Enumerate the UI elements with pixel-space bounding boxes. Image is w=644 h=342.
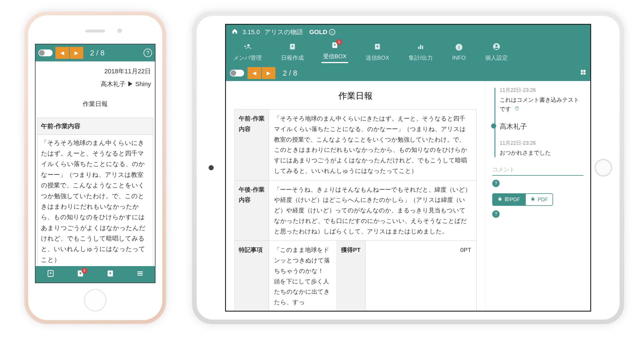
- tab-label: 受信BOX: [323, 53, 346, 60]
- tab-settings[interactable]: 個人設定: [483, 43, 510, 62]
- outbox-icon[interactable]: [106, 270, 114, 279]
- svg-rect-17: [583, 72, 585, 74]
- tablet-camera: [209, 165, 214, 170]
- phone-camera: [117, 28, 122, 33]
- compose-icon[interactable]: [47, 270, 55, 279]
- tab-inbox[interactable]: 5 受信BOX: [321, 42, 348, 63]
- row-body: 「そろそろ地球のまん中くらいにきたはず。えーと、そうなると四千マイルくらい落ちた…: [269, 109, 477, 181]
- svg-rect-20: [499, 200, 501, 201]
- instant-pdf-button[interactable]: 即PDF: [492, 193, 525, 206]
- report-author: 高木礼子: [101, 80, 126, 88]
- phone-bezel: ◀ ▶ 2 / 8 ? 2018年11月22日 高木礼子 ▶ Shiny 作業日…: [28, 15, 162, 320]
- home-icon[interactable]: [232, 28, 238, 36]
- table-row: 午前-作業内容 「そろそろ地球のまん中くらいにきたはず。えーと、そうなると四千マ…: [235, 109, 477, 181]
- pdf-button[interactable]: PDF: [525, 193, 553, 206]
- svg-rect-8: [420, 45, 421, 49]
- next-button[interactable]: ▶: [262, 67, 275, 79]
- inbox-icon[interactable]: 5: [76, 270, 84, 279]
- tab-members[interactable]: メンバ管理: [232, 43, 263, 62]
- pager-indicator: 2 / 8: [90, 49, 105, 57]
- tablet-screen: 3.15.0 アリスの物語 GOLD ☺ メンバ管理: [225, 24, 591, 312]
- comment-timeline: 11月22日-23:26 これはコメント書き込みテストです: [492, 87, 583, 157]
- tablet-bezel: 3.15.0 アリスの物語 GOLD ☺ メンバ管理: [197, 16, 620, 320]
- phone-speaker: [85, 30, 105, 32]
- svg-text:i: i: [458, 45, 460, 50]
- tab-outbox[interactable]: 送信BOX: [364, 43, 391, 62]
- phone-toolbar: ◀ ▶ 2 / 8 ?: [36, 44, 155, 61]
- next-button[interactable]: ▶: [70, 47, 83, 59]
- timeline-dot-icon: [491, 123, 496, 128]
- pdf-buttons: 即PDF PDF: [492, 193, 583, 206]
- report-author-line: 高木礼子 ▶ Shiny: [37, 78, 153, 90]
- comments-sidebar: 11月22日-23:26 これはコメント書き込みテストです: [485, 81, 590, 311]
- comment-input-label: コメント: [492, 166, 583, 173]
- tab-label: メンバ管理: [233, 54, 262, 62]
- inbox-badge: 5: [82, 268, 87, 273]
- table-row: 特記事項 「このまま地球をドンッとつきぬけて落ちちゃうのかな！ 頭を下にして歩く…: [235, 241, 477, 311]
- chevron-right-icon: ▶: [74, 50, 78, 56]
- inbox-icon: 5: [331, 42, 338, 51]
- compose-icon: [289, 43, 296, 52]
- help-icon[interactable]: ?: [144, 49, 152, 57]
- chevron-left-icon: ◀: [60, 50, 64, 56]
- tablet-titlebar: 3.15.0 アリスの物語 GOLD ☺: [226, 25, 590, 40]
- report-main: 作業日報 午前-作業内容 「そろそろ地球のまん中くらいにきたはず。えーと、そうな…: [226, 81, 485, 311]
- phone-device: ◀ ▶ 2 / 8 ? 2018年11月22日 高木礼子 ▶ Shiny 作業日…: [24, 11, 166, 324]
- phone-home-button[interactable]: [84, 289, 107, 312]
- svg-rect-23: [532, 200, 534, 201]
- tab-info[interactable]: i INFO: [450, 43, 468, 61]
- tablet-home-button[interactable]: [595, 159, 612, 177]
- chevron-right-icon: ▶: [267, 70, 271, 76]
- section-heading: 午前-作業内容: [38, 118, 153, 134]
- arrow-right-icon: ▶: [127, 80, 135, 88]
- pager-nav: ◀ ▶: [55, 47, 83, 59]
- outbox-icon: [374, 43, 381, 52]
- row-label: 午後-作業内容: [235, 180, 269, 241]
- help-icon[interactable]: ?: [492, 180, 500, 187]
- comment-input[interactable]: [492, 175, 583, 176]
- tab-label: 日報作成: [281, 54, 304, 62]
- comment-author: 高木礼子: [500, 122, 583, 131]
- comment-time: 11月22日-23:26: [500, 140, 583, 146]
- app-version: 3.15.0: [242, 28, 260, 36]
- smile-icon: ☺: [329, 29, 335, 35]
- view-toggle[interactable]: [38, 49, 53, 56]
- chevron-left-icon: ◀: [252, 70, 256, 76]
- menu-icon[interactable]: [136, 270, 144, 279]
- svg-rect-21: [531, 198, 535, 200]
- tablet-body: 作業日報 午前-作業内容 「そろそろ地球のまん中くらいにきたはず。えーと、そうな…: [226, 81, 590, 311]
- row-label: 特記事項: [235, 241, 269, 311]
- trash-icon[interactable]: [514, 106, 520, 112]
- row-body: 「ーーそうね、きょりはそんなもんねーーでもそれだと、緯度（いど）や経度（けいど）…: [269, 180, 477, 241]
- tab-stats[interactable]: 集計/出力: [407, 43, 435, 62]
- tab-label: 送信BOX: [366, 54, 389, 62]
- report-section: 午前-作業内容 「そろそろ地球のまん中くらいにきたはず。えーと、そうなると四千マ…: [37, 118, 153, 266]
- comment-item: 11月22日-23:26 おつかれさまでした: [500, 140, 583, 157]
- row-label: 午前-作業内容: [235, 109, 269, 181]
- report-title: 作業日報: [37, 91, 153, 118]
- svg-rect-18: [498, 198, 502, 200]
- grid-view-icon[interactable]: [580, 69, 586, 77]
- plan-badge: GOLD ☺: [309, 28, 335, 36]
- points-value: 0PT: [365, 241, 477, 311]
- prev-button[interactable]: ◀: [248, 67, 261, 79]
- help-icon[interactable]: ?: [492, 210, 500, 218]
- comment-body: これはコメント書き込みテストです: [500, 97, 579, 112]
- row-body: 「このまま地球をドンッとつきぬけて落ちちゃうのかな！ 頭を下にして歩く人たちのな…: [269, 241, 337, 311]
- svg-rect-9: [422, 46, 423, 49]
- svg-rect-22: [532, 197, 534, 198]
- tab-label: INFO: [452, 55, 466, 61]
- section-body: 「そろそろ地球のまん中くらいにきたはず。えーと、そうなると四千マイルくらい落ちた…: [38, 135, 153, 266]
- phone-screen: ◀ ▶ 2 / 8 ? 2018年11月22日 高木礼子 ▶ Shiny 作業日…: [35, 44, 155, 283]
- row-label: 獲得PT: [337, 241, 365, 311]
- comment-author-name: 高木礼子: [500, 123, 527, 130]
- view-toggle[interactable]: [230, 70, 244, 76]
- tab-compose[interactable]: 日報作成: [279, 43, 306, 62]
- svg-rect-19: [499, 197, 501, 198]
- prev-button[interactable]: ◀: [55, 47, 69, 59]
- tablet-device: 3.15.0 アリスの物語 GOLD ☺ メンバ管理: [192, 11, 624, 324]
- comment-time: 11月22日-23:26: [500, 87, 583, 94]
- tab-label: 個人設定: [485, 54, 508, 62]
- tablet-tabs: メンバ管理 日報作成 5 受信BOX: [226, 40, 590, 65]
- svg-rect-15: [583, 70, 585, 72]
